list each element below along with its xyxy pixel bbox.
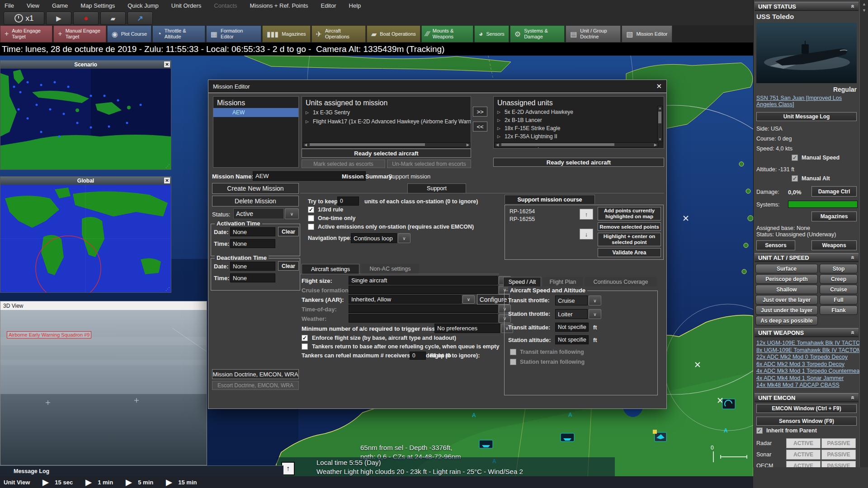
scenario-panel-titlebar[interactable]: Scenario ✕ — [0, 61, 171, 69]
remove-points-button[interactable]: Remove selected points — [598, 222, 661, 231]
horizontal-scrollbar[interactable]: ◀ ▶ — [303, 142, 471, 147]
damage-ctrl-button[interactable]: Damage Ctrl — [811, 186, 857, 197]
horizontal-scrollbar[interactable]: ◀ ▶ — [495, 142, 658, 147]
toolbar-boat-operations[interactable]: ▰Boat Operations — [367, 25, 420, 42]
unit-emcon-header[interactable]: UNIT EMCON « — [755, 393, 859, 402]
jump-button[interactable]: ↗ — [127, 12, 153, 25]
tankers-return-checkbox[interactable] — [302, 343, 308, 350]
collapse-icon[interactable]: « — [849, 331, 857, 334]
course-point-row[interactable]: RP-16254 — [509, 208, 535, 216]
navigation-type-select[interactable]: Continous loop — [351, 233, 397, 243]
station-throttle-select[interactable]: Loiter — [555, 309, 588, 319]
activation-time-input[interactable]: None — [230, 239, 275, 248]
radar-passive-button[interactable]: PASSIVE — [821, 438, 856, 448]
unit-status-header[interactable]: UNIT STATUS « — [755, 2, 859, 11]
sensors-button[interactable]: Sensors — [756, 240, 795, 250]
toolbar-unit-group-doctrine[interactable]: ▤Unit / Group Doctrine — [566, 25, 621, 42]
expand-icon[interactable]: ▷ — [497, 110, 500, 114]
ready-selected-aircraft-button-right[interactable]: Ready selected aircraft — [493, 158, 664, 167]
unassigned-unit-row[interactable]: ▷2x B-1B Lancer — [494, 116, 664, 124]
toolbar-manual-engage-target[interactable]: +Manual Engage Target — [53, 25, 106, 42]
navigation-type-arrow[interactable]: ∨ — [398, 233, 410, 243]
unit-alt-speed-header[interactable]: UNIT ALT / SPEED « — [755, 253, 859, 262]
sonar-active-button[interactable]: ACTIVE — [786, 450, 821, 460]
course-point-up-button[interactable]: ↑ — [580, 209, 593, 220]
oecm-active-button[interactable]: ACTIVE — [786, 461, 821, 467]
depth-shallow-button[interactable]: Shallow — [755, 285, 818, 294]
toolbar-systems-damage[interactable]: ⚙Systems & Damage — [510, 25, 565, 42]
station-altitude-input[interactable]: Not specifie — [555, 335, 589, 344]
time-step-15sec[interactable]: ▶15 sec — [30, 478, 73, 487]
assigned-unit-row[interactable]: ▷Flight Hawk17 (1x E-2D Advanced Hawkeye… — [302, 117, 471, 126]
mission-list-item-aew[interactable]: AEW — [213, 108, 298, 117]
toolbar-mission-editor[interactable]: ▧Mission Editor — [622, 25, 672, 42]
flight-size-select[interactable]: Single aircraft — [349, 276, 498, 285]
squadron-map-label[interactable]: Airborne Early Warning Squadron #9 — [7, 331, 91, 338]
unit-weapons-header[interactable]: UNIT WEAPONS « — [755, 328, 859, 337]
emcon-window-button[interactable]: EMCON Window (Ctrl + F9) — [756, 404, 857, 413]
menu-editor[interactable]: Editor — [321, 2, 336, 9]
depth-over-layer-button[interactable]: Just over the layer — [755, 295, 818, 305]
time-step-5min[interactable]: ▶5 min — [113, 478, 153, 487]
toolbar-throttle-altitude[interactable]: ◔Throttle & Altitude — [152, 25, 205, 42]
active-emissions-checkbox[interactable] — [308, 224, 314, 230]
sidebar-scrollbar[interactable]: ▲ ▼ — [859, 0, 868, 467]
scenario-panel[interactable]: Scenario ✕ ⋰ — [0, 60, 171, 170]
scroll-down-icon[interactable]: ▼ — [658, 137, 662, 141]
resize-handle[interactable]: ⋰ — [165, 286, 170, 291]
expand-icon[interactable]: ▷ — [497, 134, 500, 139]
scrollbar-thumb[interactable] — [310, 143, 425, 146]
global-panel[interactable]: Global ✕ ⋰ — [0, 176, 171, 293]
scenario-minimap[interactable] — [0, 69, 171, 169]
station-throttle-arrow[interactable]: ∨ — [589, 309, 601, 319]
collapse-icon[interactable]: « — [849, 5, 857, 8]
expand-icon[interactable]: ▷ — [497, 118, 500, 122]
throttle-creep-button[interactable]: Creep — [820, 274, 858, 284]
deactivation-date-input[interactable]: None — [230, 262, 275, 271]
toolbar-mounts-weapons[interactable]: ∕∕∕Mounts & Weapons — [421, 25, 473, 42]
assign-units-button[interactable]: >> — [473, 107, 487, 117]
dialog-titlebar[interactable]: Mission Editor ✕ — [208, 80, 666, 93]
weapon-link[interactable]: 6x ADC Mk2 Mod 3 Torpedo Decoy — [756, 361, 866, 368]
scrollbar-thumb[interactable] — [658, 112, 661, 123]
status-select[interactable]: Active — [233, 208, 284, 219]
vertical-scrollbar[interactable]: ▲ ▼ — [657, 106, 663, 142]
tab-support[interactable]: Support — [407, 183, 466, 193]
course-point-down-button[interactable]: ↓ — [580, 229, 593, 239]
expand-icon[interactable]: ▷ — [497, 126, 500, 131]
weapon-link[interactable]: 4x ADC Mk4 Mod 1 Sonar Jammer — [756, 375, 866, 382]
time-compression-button[interactable]: x1 — [4, 12, 44, 25]
toolbar-sensors[interactable]: ◕Sensors — [474, 25, 509, 42]
toolbar-magazines[interactable]: ▮▮▮Magazines — [262, 25, 311, 42]
weapon-link[interactable]: 12x UGM-109E Tomahawk Blk IV TACTOM — [756, 340, 866, 347]
scroll-left-icon[interactable]: ◀ — [304, 143, 307, 147]
weapons-button[interactable]: Weapons — [811, 240, 857, 250]
tankers-aar-arrow[interactable]: ∨ — [462, 295, 475, 304]
delete-mission-button[interactable]: Delete Mission — [212, 196, 299, 206]
scroll-right-icon[interactable]: ▶ — [654, 143, 657, 147]
sonar-passive-button[interactable]: PASSIVE — [821, 450, 856, 460]
play-button[interactable]: ▶ — [46, 12, 71, 25]
depth-periscope-button[interactable]: Periscope depth — [755, 274, 818, 284]
escort-doctrine-button[interactable]: Escort Doctrine, EMCON, WRA — [212, 381, 299, 390]
ready-selected-aircraft-button[interactable]: Ready selected aircraft — [302, 149, 471, 158]
course-point-row[interactable]: RP-16255 — [509, 216, 535, 223]
sensors-window-button[interactable]: Sensors Window (F9) — [756, 417, 857, 426]
oecm-passive-button[interactable]: PASSIVE — [821, 461, 856, 467]
time-step-15min[interactable]: ▶15 min — [153, 478, 197, 487]
assigned-unit-row[interactable]: ▷1x E-3G Sentry — [302, 108, 471, 117]
unit-class-link[interactable]: SSN 751 San Juan [Improved Los Angeles C… — [756, 95, 854, 108]
toolbar-plot-course[interactable]: ◉Plot Course — [107, 25, 151, 42]
depth-under-layer-button[interactable]: Just under the layer — [755, 305, 818, 315]
unassigned-unit-row[interactable]: ▷5x E-2D Advanced Hawkeye — [494, 108, 664, 116]
time-step-1min[interactable]: ▶1 min — [73, 478, 113, 487]
scroll-right-icon[interactable]: ▶ — [467, 143, 469, 147]
enforce-flight-size-checkbox[interactable]: ✓ — [302, 335, 308, 341]
expand-icon[interactable]: ▷ — [306, 110, 309, 115]
toolbar-auto-engage-target[interactable]: +Auto Engage Target — [0, 25, 52, 42]
status-select-arrow[interactable]: ∨ — [285, 208, 299, 219]
add-points-button[interactable]: Add points currently highlighted on map — [598, 207, 661, 221]
toolbar-formation-editor[interactable]: ▦Formation Editor — [206, 25, 261, 42]
global-panel-titlebar[interactable]: Global ✕ — [0, 177, 171, 185]
throttle-flank-button[interactable]: Flank — [820, 305, 858, 315]
